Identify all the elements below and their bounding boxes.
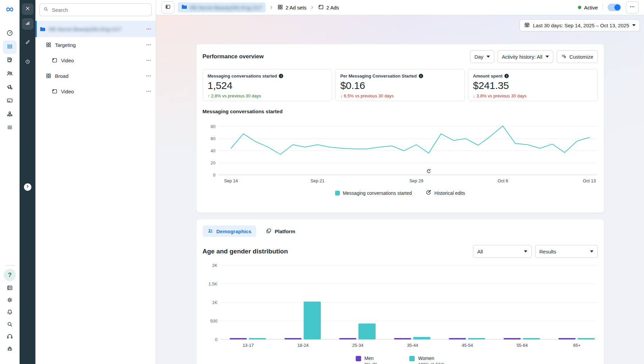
- sidebar-item-campaigns[interactable]: [3, 40, 17, 54]
- breadcrumb-ads[interactable]: 2 Ads: [318, 4, 339, 11]
- bar-chart-icon: [25, 21, 30, 27]
- breadcrumb-campaign[interactable]: RB Secret Beauty(SK)-Eng-21/7: [178, 2, 266, 12]
- breakdown-dropdown[interactable]: Day: [470, 50, 494, 63]
- date-filter-row: Last 30 days: Sep 14, 2025 – Oct 13, 202…: [156, 15, 644, 31]
- news-icon: [6, 284, 13, 293]
- active-toggle[interactable]: [608, 4, 621, 11]
- legend-detail: 0% (0): [364, 362, 377, 364]
- megaphone-icon: [6, 84, 13, 92]
- age-gender-bar-chart[interactable]: 05001K1.5K2K13-1718-2425-3435-4445-5455-…: [203, 263, 598, 350]
- report-bug-button[interactable]: [3, 343, 17, 355]
- folder-icon: [181, 4, 187, 11]
- search-tool-button[interactable]: [3, 319, 17, 331]
- svg-text:35-44: 35-44: [407, 343, 418, 348]
- metric-delta: 3.8% vs previous 30 days: [476, 93, 526, 98]
- sidebar-item-assets[interactable]: [3, 108, 17, 121]
- settings-button[interactable]: [3, 295, 17, 307]
- metric-value: 1,524: [208, 80, 327, 91]
- tab-demographics[interactable]: Demographics: [203, 225, 256, 237]
- close-panel-button[interactable]: [22, 3, 33, 15]
- close-icon: [25, 6, 30, 12]
- ellipsis-icon: [629, 4, 635, 11]
- performance-overview-card: Performance overview Day Activity histor…: [197, 44, 604, 213]
- notifications-button[interactable]: [3, 307, 17, 319]
- updates-button[interactable]: [3, 282, 17, 295]
- ad-frame-icon: [318, 4, 324, 11]
- ad-name: Video: [61, 58, 74, 63]
- arrow-down-icon: ↓: [340, 93, 343, 98]
- sidebar-toggle-icon: [165, 4, 171, 11]
- content-scroll-area[interactable]: Last 30 days: Sep 14, 2025 – Oct 13, 202…: [156, 15, 644, 364]
- tab-platform[interactable]: Platform: [261, 225, 300, 237]
- sidebar-item-overview[interactable]: [3, 27, 17, 40]
- legend-label: Historical edits: [434, 190, 465, 196]
- legend-historical-edits: Historical edits: [426, 190, 465, 196]
- svg-text:80: 80: [210, 124, 215, 129]
- edit-panel-button[interactable]: [22, 37, 33, 49]
- chevron-right-icon: [269, 5, 274, 10]
- tree-item-adset-targeting[interactable]: Targeting: [35, 37, 156, 53]
- adset-options-button[interactable]: [146, 73, 152, 79]
- more-options-button[interactable]: [626, 1, 639, 13]
- gender-filter-dropdown[interactable]: All: [473, 245, 532, 258]
- demographics-card: Demographics Platform Age and gender dis…: [197, 219, 604, 364]
- svg-text:2K: 2K: [212, 263, 217, 268]
- svg-text:0: 0: [213, 173, 215, 178]
- activity-history-dropdown[interactable]: Activity history: All: [498, 50, 553, 63]
- support-button[interactable]: [3, 331, 17, 343]
- ad-options-button[interactable]: [146, 88, 152, 94]
- history-panel-button[interactable]: [22, 57, 33, 68]
- breadcrumb-adsets[interactable]: 2 Ad sets: [277, 4, 306, 11]
- toggle-sidebar-button[interactable]: [162, 1, 174, 13]
- svg-text:60: 60: [210, 136, 215, 141]
- caret-down-icon: [632, 24, 636, 26]
- campaign-options-button[interactable]: [146, 26, 152, 32]
- svg-text:1.5K: 1.5K: [208, 281, 217, 286]
- tree-item-ad-video-1[interactable]: Video: [35, 53, 156, 68]
- sidebar-item-audiences[interactable]: [3, 67, 17, 81]
- campaign-name: RB Secret Beauty(SK)-Eng-21/7: [49, 26, 121, 32]
- breakdown-value: Day: [474, 54, 484, 60]
- table-icon: [6, 43, 13, 51]
- breadcrumb-ads-label: 2 Ads: [326, 5, 339, 10]
- arrow-up-icon: ↑: [208, 93, 210, 98]
- customize-icon: [561, 54, 566, 60]
- legend-swatch-purple: [356, 356, 361, 361]
- people-icon: [6, 70, 13, 78]
- tree-item-ad-video-2[interactable]: Video: [35, 84, 156, 99]
- search-input[interactable]: [51, 7, 148, 13]
- metric-label: Messaging conversations started: [208, 73, 277, 79]
- messaging-conversations-line-chart[interactable]: 020406080Sep 14Sep 21Sep 29Oct 6Oct 13: [203, 118, 598, 184]
- line-chart-heading: Messaging conversations started: [203, 109, 598, 114]
- sidebar-item-billing[interactable]: [3, 94, 17, 108]
- tree-item-campaign[interactable]: RB Secret Beauty(SK)-Eng-21/7: [35, 21, 156, 37]
- campaign-sidebar: RB Secret Beauty(SK)-Eng-21/7 Targeting …: [35, 0, 156, 364]
- meta-logo-icon[interactable]: [3, 3, 17, 16]
- sidebar-item-ads[interactable]: [3, 81, 17, 94]
- info-icon[interactable]: [504, 74, 509, 78]
- info-icon[interactable]: [279, 74, 283, 78]
- charts-panel-button[interactable]: [22, 18, 33, 30]
- metric-card-conversations: Messaging conversations started 1,524 ↑2…: [203, 69, 332, 101]
- info-icon[interactable]: [419, 74, 423, 78]
- sidebar-search[interactable]: [39, 3, 152, 16]
- svg-text:Sep 14: Sep 14: [224, 178, 238, 183]
- adset-options-button[interactable]: [146, 42, 152, 48]
- sidebar-item-all-tools[interactable]: [3, 121, 17, 135]
- legend-name: Women: [418, 356, 444, 361]
- metric-filter-dropdown[interactable]: Results: [535, 245, 598, 258]
- help-button[interactable]: ?: [4, 269, 16, 281]
- date-range-button[interactable]: Last 30 days: Sep 14, 2025 – Oct 13, 202…: [520, 19, 640, 31]
- metric-delta: 6.5% vs previous 30 days: [344, 93, 394, 98]
- divider: [603, 4, 603, 11]
- sidebar-item-pages[interactable]: [3, 54, 17, 67]
- ad-options-button[interactable]: [146, 57, 152, 63]
- tree-item-adset-broad[interactable]: Broad: [35, 68, 156, 84]
- pencil-icon: [25, 39, 30, 46]
- svg-text:13-17: 13-17: [242, 343, 254, 348]
- customize-button[interactable]: Customize: [557, 50, 598, 63]
- search-icon: [43, 6, 49, 13]
- svg-text:Oct 13: Oct 13: [583, 178, 595, 183]
- expand-panel-button[interactable]: [24, 183, 31, 191]
- platform-squares-icon: [266, 228, 272, 235]
